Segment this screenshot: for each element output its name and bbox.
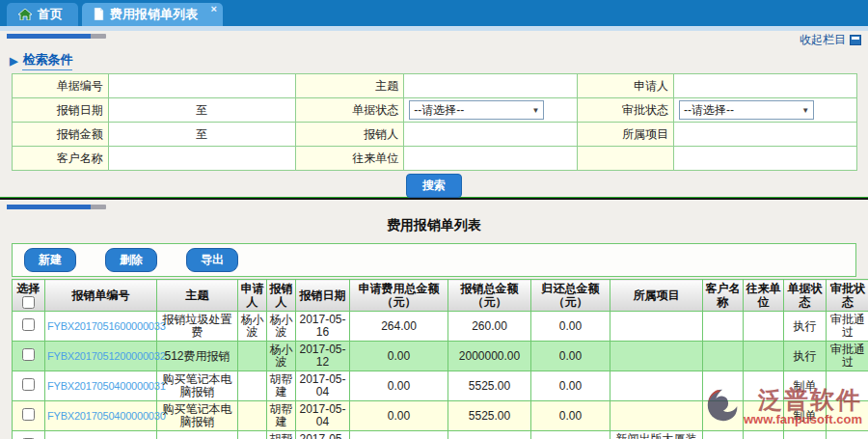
date-from-input[interactable] <box>114 101 192 120</box>
col-reimburser: 报销人 <box>267 280 296 312</box>
col-doc-status: 单据状态 <box>784 280 827 312</box>
close-icon[interactable]: × <box>211 3 217 14</box>
new-button[interactable]: 新建 <box>24 248 76 272</box>
amount-to-input[interactable] <box>211 125 289 144</box>
scrollbar-thumb[interactable] <box>7 205 91 209</box>
doc-no-link[interactable]: FYBX2017050400000031 <box>47 380 166 392</box>
amount-to-label: 至 <box>192 126 211 143</box>
doc-status-value: 制单 <box>784 431 827 439</box>
empty-label-cell <box>578 147 674 171</box>
table-row[interactable]: FYBX2017051600000033 报销垃圾处置费 杨小波 杨小波 201… <box>13 312 868 342</box>
approval-status-value <box>827 401 868 431</box>
col-returned-amount: 归还总金额（元） <box>531 280 610 312</box>
doc-status-value: 执行 <box>784 312 827 342</box>
tab-home[interactable]: 首页 <box>7 3 78 26</box>
horizontal-scrollbar-top[interactable] <box>7 34 106 39</box>
unit-input[interactable] <box>409 150 572 168</box>
col-select: 选择 <box>13 280 45 312</box>
tab-expense-list[interactable]: 费用报销单列表 × <box>82 3 223 26</box>
search-button[interactable]: 搜索 <box>406 174 462 198</box>
amount-label: 报销金额 <box>13 123 109 147</box>
row-checkbox[interactable] <box>22 408 35 421</box>
collapse-columns-control[interactable]: 收起栏目 <box>800 32 861 48</box>
table-row[interactable]: FYBX2017050400000031 购买笔记本电脑报销 胡帮建 2017-… <box>13 371 868 401</box>
empty-field-cell <box>674 147 857 171</box>
search-section-header: ▶ 检索条件 <box>10 51 868 70</box>
date-to-label: 至 <box>192 102 211 119</box>
col-applied-amount: 申请费用总金额（元） <box>350 280 448 312</box>
project-label: 所属项目 <box>578 123 674 147</box>
approval-status-select-value: --请选择-- <box>684 102 734 119</box>
col-approval-status: 审批状态 <box>827 280 868 312</box>
date-label: 报销日期 <box>13 98 109 123</box>
delete-button[interactable]: 删除 <box>105 248 157 272</box>
customer-label: 客户名称 <box>13 147 109 171</box>
search-button-row: 搜索 <box>0 171 868 197</box>
doc-no-link[interactable]: FYBX2017050400000030 <box>47 410 166 422</box>
collapse-columns-label: 收起栏目 <box>800 32 846 48</box>
doc-status-value: 制单 <box>784 371 827 401</box>
approval-status-value <box>827 371 868 401</box>
search-section-title: 检索条件 <box>22 51 72 70</box>
tab-expense-list-label: 费用报销单列表 <box>110 6 198 23</box>
customer-input[interactable] <box>114 150 290 168</box>
unit-label: 往来单位 <box>295 147 404 171</box>
col-subject: 主题 <box>157 280 238 312</box>
approval-status-select[interactable]: --请选择-- ▼ <box>679 100 814 120</box>
list-title: 费用报销单列表 <box>0 217 868 234</box>
doc-no-link[interactable]: FYBX2017051600000033 <box>47 320 166 332</box>
table-row-selected[interactable]: FYBX2017051200000032 512费用报销 杨小波 2017-05… <box>13 342 868 371</box>
applicant-input[interactable] <box>679 77 852 96</box>
amount-from-input[interactable] <box>114 125 192 144</box>
table-row[interactable]: FYBX2017050400000030 购买笔记本电脑报销 胡帮建 2017-… <box>13 401 868 431</box>
row-checkbox[interactable] <box>22 348 35 361</box>
select-all-checkbox[interactable] <box>22 296 35 309</box>
list-scroll-row <box>0 200 868 213</box>
date-to-input[interactable] <box>211 101 289 120</box>
chevron-down-icon: ▼ <box>801 106 809 115</box>
doc-status-select-value: --请选择-- <box>414 102 464 119</box>
doc-no-link[interactable]: FYBX2017051200000032 <box>47 350 166 362</box>
col-unit: 往来单位 <box>744 280 784 312</box>
list-toolbar: 新建 删除 导出 <box>12 243 856 277</box>
section-arrow-icon: ▶ <box>10 55 17 68</box>
collapse-icon[interactable] <box>850 35 861 45</box>
row-checkbox[interactable] <box>22 378 35 391</box>
approval-status-label: 审批状态 <box>578 98 674 123</box>
row-checkbox[interactable] <box>22 318 35 331</box>
scrollbar-thumb[interactable] <box>7 34 91 39</box>
col-date: 报销日期 <box>296 280 350 312</box>
tab-bar: 首页 费用报销单列表 × <box>0 0 868 26</box>
col-applicant: 申请人 <box>238 280 267 312</box>
table-header-row: 选择 报销单编号 主题 申请人 报销人 报销日期 申请费用总金额（元） 报销总金… <box>13 280 868 312</box>
doc-status-value: 制单 <box>784 401 827 431</box>
table-row[interactable]: FYBX2017050400000026 手机费报销 胡帮建 2017-05-0… <box>13 431 868 439</box>
expense-table: 选择 报销单编号 主题 申请人 报销人 报销日期 申请费用总金额（元） 报销总金… <box>12 279 868 439</box>
doc-status-select[interactable]: --请选择-- ▼ <box>409 100 544 120</box>
project-input[interactable] <box>679 125 852 144</box>
doc-status-label: 单据状态 <box>295 98 404 123</box>
col-reimbursed-amount: 报销总金额（元） <box>448 280 531 312</box>
reimburser-label: 报销人 <box>295 123 404 147</box>
col-doc-no: 报销单编号 <box>45 280 157 312</box>
horizontal-scrollbar-list[interactable] <box>7 205 106 209</box>
subject-label: 主题 <box>295 74 404 98</box>
tab-home-label: 首页 <box>38 6 63 23</box>
document-icon <box>94 8 104 20</box>
doc-no-input[interactable] <box>114 77 290 96</box>
search-form: 单据编号 主题 申请人 报销日期 至 单据状态 --请选择-- ▼ 审批状态 -… <box>12 73 857 171</box>
approval-status-value: 审批通过 <box>827 312 868 342</box>
col-project: 所属项目 <box>610 280 703 312</box>
subject-input[interactable] <box>409 77 572 96</box>
approval-status-value <box>827 431 868 439</box>
approval-status-value: 审批通过 <box>827 342 868 371</box>
chevron-down-icon: ▼ <box>531 106 539 115</box>
doc-no-label: 单据编号 <box>13 74 109 98</box>
applicant-label: 申请人 <box>578 74 674 98</box>
col-customer: 客户名称 <box>703 280 744 312</box>
utility-row: 收起栏目 <box>0 31 868 47</box>
doc-status-value: 执行 <box>784 342 827 371</box>
home-icon <box>18 9 32 20</box>
reimburser-input[interactable] <box>409 125 572 144</box>
export-button[interactable]: 导出 <box>186 248 238 272</box>
